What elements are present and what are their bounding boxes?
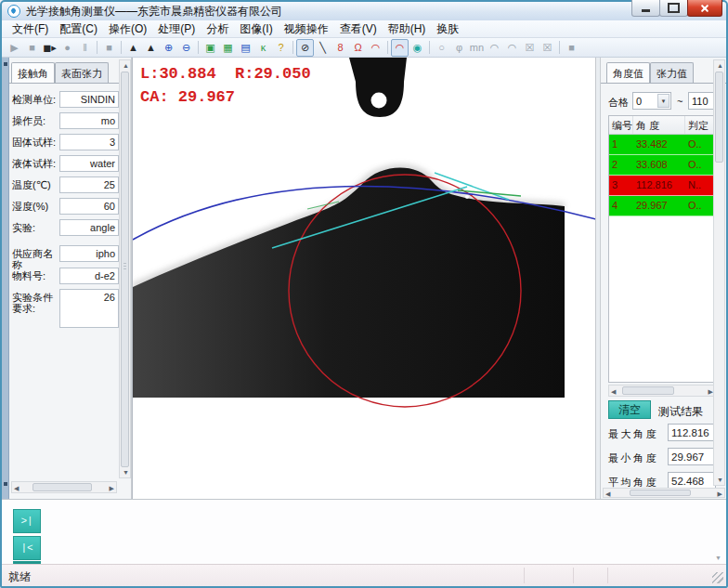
operator-input[interactable]: mo [59,112,119,129]
target-icon[interactable]: ◉ [409,39,426,57]
camera-image-area[interactable]: L:30.884 R:29.050 CA: 29.967 [132,58,595,499]
pass-min-combobox[interactable]: 0 ▼ [632,92,671,110]
square-tool-icon[interactable]: ■ [563,39,580,57]
angle-table-header: 编号 角 度 判定 [609,116,715,135]
omega-drop-icon[interactable]: Ω [349,39,367,57]
experiment-input[interactable]: angle [59,219,119,236]
triangle-large-icon[interactable]: ▲ [124,39,142,57]
liquid-sample-input[interactable]: water [59,155,119,172]
right-panel-vscrollbar[interactable]: ▲ ▼ [713,59,725,486]
detect-unit-input[interactable]: SINDIN [59,91,119,108]
stop-icon[interactable]: ■ [23,39,41,57]
title-bar[interactable]: 光学接触角测量仪——东莞市晨鼎精密仪器有限公司 [2,2,726,20]
menu-item-10[interactable]: 换肤 [431,20,464,38]
tab-contact-angle[interactable]: 接触角 [11,62,55,83]
tab-angle-values[interactable]: 角度值 [606,62,650,83]
dome-drop-icon[interactable]: ◠ [367,39,384,57]
resize-grip[interactable] [712,572,723,583]
left-panel-vscrollbar[interactable]: ▲ ▼ [119,59,131,478]
left-panel-tabs: 接触角 表面张力 [11,62,109,83]
scroll-right-icon[interactable]: ▶ [718,490,722,497]
edit-z1-icon[interactable]: ☒ [521,39,539,57]
circle-tool-icon[interactable]: ○ [433,39,450,57]
maximize-button[interactable] [659,0,688,17]
scroll-thumb[interactable] [715,72,723,163]
scroll-thumb[interactable] [630,490,691,496]
menu-bar: 文件(F)配置(C)操作(O)处理(P)分析图像(I)视频操作查看(V)帮助(H… [2,20,726,38]
snapshot-icon[interactable]: ■ [100,39,118,57]
grid-view-icon[interactable]: ▦ [219,39,237,57]
left-panel: 接触角 表面张力 检测单位:SINDIN 操作员:mo 固体试样:3 液体试样:… [9,58,132,499]
double-circle-icon[interactable]: 8 [332,39,349,57]
scroll-down-icon[interactable]: ▼ [717,477,723,483]
help-icon[interactable]: ? [272,39,290,57]
minimize-button[interactable] [631,0,660,17]
supplier-input[interactable]: ipho [59,245,119,262]
ellipse-fit-icon[interactable]: ▣ [202,39,219,57]
play-icon[interactable]: ▶ [6,39,23,57]
tab-tension-values[interactable]: 张力值 [650,62,694,83]
pin-tool-icon[interactable]: φ [450,39,468,57]
solid-sample-input[interactable]: 3 [59,134,119,150]
scroll-left-icon[interactable]: ◀ [605,490,610,497]
video-camera-icon[interactable]: ◼▸ [41,39,58,57]
data-table-icon[interactable]: ▤ [237,39,254,57]
status-text: 就绪 [8,569,31,585]
dome-gray-2-icon[interactable]: ◠ [503,39,521,57]
menu-item-7[interactable]: 视频操作 [279,20,334,38]
scroll-up-icon[interactable]: ▲ [717,62,723,69]
triangle-small-icon[interactable]: ▲ [142,39,160,57]
step-back-button[interactable]: |< [13,536,41,560]
angle-table-row[interactable]: 233.608O.. [609,155,715,176]
menu-item-9[interactable]: 帮助(H) [383,20,432,38]
person-k-icon[interactable]: ĸ [254,39,272,57]
temperature-input[interactable]: 25 [59,176,119,193]
max-angle-value[interactable]: 112.816 [668,424,716,441]
splitter-top-handle[interactable] [4,62,7,66]
pause-icon[interactable]: ‖ [76,39,94,57]
angle-table-row[interactable]: 429.967O.. [609,196,715,216]
material-no-input[interactable]: d-e2 [59,268,119,284]
close-icon [700,4,709,13]
condition-input[interactable]: 26 [59,289,119,328]
clear-button[interactable]: 清空 [608,400,651,419]
mn-label-icon[interactable]: mn [468,39,486,57]
step-forward-button[interactable]: >| [13,509,41,533]
menu-item-6[interactable]: 图像(I) [234,20,278,38]
zoom-in-icon[interactable]: ⊕ [160,39,177,57]
min-angle-value[interactable]: 29.967 [668,448,716,465]
contact-angle-icon[interactable]: ◠ [391,39,409,57]
edit-z2-icon[interactable]: ☒ [539,39,556,57]
zoom-out-icon[interactable]: ⊖ [177,39,195,57]
close-button[interactable] [687,0,722,17]
left-splitter[interactable] [2,58,9,499]
splitter-bottom-handle[interactable] [4,482,7,486]
record-icon[interactable]: ● [58,39,76,57]
table-hscrollbar[interactable]: ◀ ▶ [608,385,716,397]
right-panel-hscrollbar[interactable]: ◀ ▶ [603,488,725,498]
menu-item-4[interactable]: 处理(P) [152,20,201,38]
scroll-thumb[interactable] [622,386,674,395]
scroll-thumb[interactable] [121,72,129,467]
tab-surface-tension[interactable]: 表面张力 [55,62,109,83]
scroll-right-icon[interactable]: ▶ [110,485,114,491]
menu-item-5[interactable]: 分析 [201,20,234,38]
menu-item-3[interactable]: 操作(O) [103,20,152,38]
menu-item-2[interactable]: 配置(C) [54,20,103,38]
scroll-down-icon[interactable]: ▼ [123,469,129,476]
combo-dropdown-icon[interactable]: ▼ [657,94,670,108]
tangent-line-icon[interactable]: ╲ [314,39,332,57]
dome-gray-1-icon[interactable]: ◠ [486,39,503,57]
scroll-left-icon[interactable]: ◀ [611,388,616,395]
scroll-up-icon[interactable]: ▲ [123,62,129,69]
panel-scroll-down-icon[interactable]: ▼ [715,555,722,561]
humidity-input[interactable]: 60 [59,198,119,215]
left-panel-hscrollbar[interactable]: ◀ ▶ [11,481,117,493]
menu-item-1[interactable]: 文件(F) [6,20,54,38]
angle-table-row[interactable]: 133.482O.. [609,135,715,155]
protractor-icon[interactable]: ⊘ [296,39,314,57]
scroll-left-icon[interactable]: ◀ [14,485,19,491]
angle-table-row[interactable]: 3112.816N.. [609,176,715,196]
scroll-thumb[interactable] [32,483,92,491]
menu-item-8[interactable]: 查看(V) [334,20,383,38]
